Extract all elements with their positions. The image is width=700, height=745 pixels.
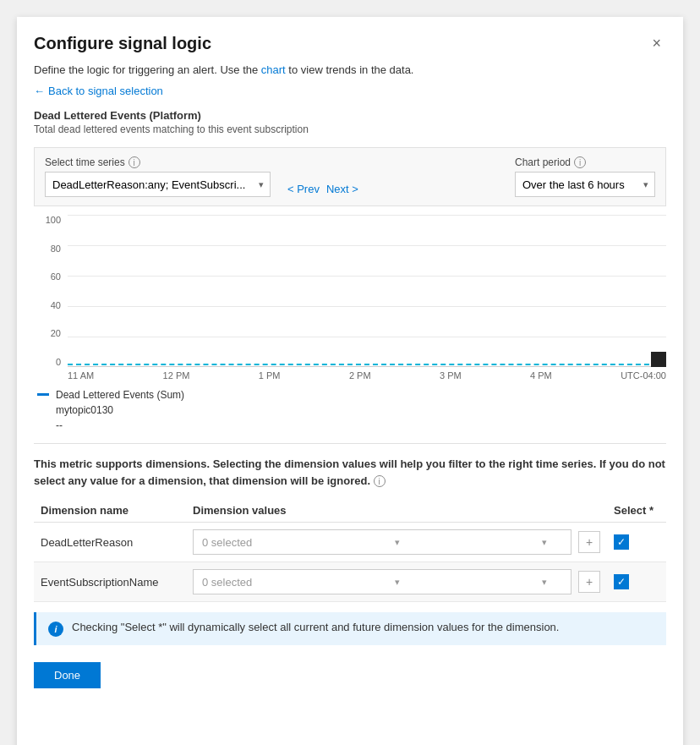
x-axis-labels: 11 AM 12 PM 1 PM 2 PM 3 PM 4 PM UTC-04:0… <box>68 370 666 381</box>
gridline-40 <box>68 306 666 307</box>
x-label-utc: UTC-04:00 <box>621 370 666 381</box>
chart-link[interactable]: chart <box>261 63 286 76</box>
prev-next-group: < Prev Next > <box>287 183 358 197</box>
divider-1 <box>34 443 666 444</box>
x-label-3pm: 3 PM <box>440 370 462 381</box>
signal-name: Dead Lettered Events (Platform) <box>34 109 666 122</box>
y-label-100: 100 <box>34 215 61 225</box>
chart-marker <box>651 352 666 367</box>
dimensions-info-main: This metric supports dimensions. Selecti… <box>34 457 665 487</box>
info-banner: i Checking "Select *" will dynamically s… <box>34 612 666 645</box>
y-label-20: 20 <box>34 328 61 338</box>
time-series-dropdown-wrapper: DeadLetterReason:any; EventSubscri... <box>45 172 271 197</box>
col-header-values: Dimension values <box>186 499 607 523</box>
x-label-1pm: 1 PM <box>259 370 281 381</box>
dim-select-col-2: ✓ <box>607 562 666 602</box>
gridline-60 <box>68 276 666 277</box>
table-row: DeadLetterReason 0 selected ▾ + ✓ <box>34 523 666 562</box>
dim-name-2: EventSubscriptionName <box>34 562 186 602</box>
time-series-label: Select time series i <box>45 156 271 168</box>
dim-dropdown-2[interactable]: 0 selected ▾ <box>193 569 571 594</box>
time-series-select[interactable]: DeadLetterReason:any; EventSubscri... <box>45 172 271 197</box>
configure-signal-panel: Configure signal logic × Define the logi… <box>17 17 683 745</box>
close-button[interactable]: × <box>647 34 666 52</box>
y-label-40: 40 <box>34 300 61 310</box>
dim-dropdown-1[interactable]: 0 selected ▾ <box>193 529 571 555</box>
col-header-name: Dimension name <box>34 499 186 523</box>
x-label-2pm: 2 PM <box>349 370 371 381</box>
chevron-down-icon-1: ▾ <box>395 537 400 548</box>
signal-description: Total dead lettered events matching to t… <box>34 123 666 135</box>
add-dim-value-button-2[interactable]: + <box>578 571 600 593</box>
chart-period-info-icon[interactable]: i <box>574 156 586 168</box>
dim-placeholder-1: 0 selected <box>202 536 252 549</box>
chart-period-label: Chart period i <box>515 156 655 168</box>
dim-values-cell-2: 0 selected ▾ + <box>186 562 607 602</box>
prev-button[interactable]: < Prev <box>287 183 320 195</box>
legend-info: Dead Lettered Events (Sum) mytopic0130 -… <box>56 387 184 431</box>
y-label-0: 0 <box>34 357 61 367</box>
dim-values-cell-1: 0 selected ▾ + <box>186 523 607 562</box>
chart-period-select[interactable]: Over the last 6 hours Over the last 1 ho… <box>515 172 655 197</box>
back-to-signal-link[interactable]: ← Back to signal selection <box>34 85 163 97</box>
dim-select-col-1: ✓ <box>607 523 666 562</box>
gridline-80 <box>68 245 666 246</box>
info-banner-text: Checking "Select *" will dynamically sel… <box>72 621 559 633</box>
chart-wrapper: 100 80 60 40 20 0 11 AM 12 PM 1 PM <box>34 215 666 381</box>
dimensions-info: This metric supports dimensions. Selecti… <box>34 456 666 489</box>
time-series-group: Select time series i DeadLetterReason:an… <box>45 156 271 197</box>
info-banner-icon: i <box>48 622 63 637</box>
footer: Done <box>34 662 666 688</box>
x-label-12pm: 12 PM <box>163 370 190 381</box>
chart-period-group: Chart period i Over the last 6 hours Ove… <box>515 156 655 197</box>
gridline-100 <box>68 215 666 216</box>
legend-value: -- <box>56 419 184 431</box>
controls-row: Select time series i DeadLetterReason:an… <box>34 147 666 206</box>
back-link-label: Back to signal selection <box>48 85 163 97</box>
dim-dropdown-inner-2[interactable]: 0 selected ▾ <box>193 569 571 594</box>
chart-legend: Dead Lettered Events (Sum) mytopic0130 -… <box>34 387 666 431</box>
x-label-11am: 11 AM <box>68 370 94 381</box>
dim-dropdown-inner-1[interactable]: 0 selected ▾ <box>193 529 571 555</box>
y-label-80: 80 <box>34 244 61 254</box>
gridline-20 <box>68 337 666 337</box>
gridline-bottom <box>68 366 666 367</box>
add-dim-value-button-1[interactable]: + <box>578 531 600 553</box>
done-button[interactable]: Done <box>34 662 101 688</box>
dim-name-1: DeadLetterReason <box>34 523 186 562</box>
panel-title: Configure signal logic <box>34 34 211 53</box>
zero-dashed-line <box>68 364 666 365</box>
table-row: EventSubscriptionName 0 selected ▾ + ✓ <box>34 562 666 602</box>
dim-placeholder-2: 0 selected <box>202 576 252 589</box>
select-all-checkbox-2[interactable]: ✓ <box>614 574 629 589</box>
x-label-4pm: 4 PM <box>530 370 552 381</box>
legend-series-label: Dead Lettered Events (Sum) <box>56 387 184 403</box>
y-label-60: 60 <box>34 271 61 282</box>
arrow-left-icon: ← <box>34 85 45 97</box>
select-all-checkbox-1[interactable]: ✓ <box>614 534 629 550</box>
legend-topic: mytopic0130 <box>56 403 184 418</box>
next-button[interactable]: Next > <box>326 183 358 195</box>
legend-color-bar <box>37 393 49 396</box>
dimensions-info-icon[interactable]: i <box>374 475 386 487</box>
chart-period-dropdown-wrapper: Over the last 6 hours Over the last 1 ho… <box>515 172 655 197</box>
chart-area <box>68 215 666 367</box>
col-header-select: Select * <box>607 499 666 523</box>
time-series-info-icon[interactable]: i <box>129 156 140 168</box>
panel-description: Define the logic for triggering an alert… <box>34 63 666 76</box>
panel-header: Configure signal logic × <box>34 34 666 53</box>
dimensions-table: Dimension name Dimension values Select *… <box>34 499 666 602</box>
chevron-down-icon-2: ▾ <box>395 577 400 588</box>
